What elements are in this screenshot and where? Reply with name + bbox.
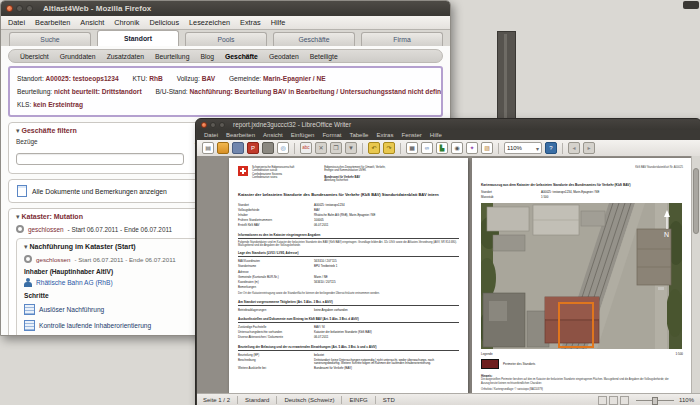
spellcheck-icon[interactable]: abc: [300, 142, 312, 154]
table-icon[interactable]: ▦: [406, 142, 418, 154]
zoom-combo[interactable]: 110%▾: [504, 142, 542, 154]
menu-einfuegen[interactable]: Einfügen: [291, 132, 315, 138]
close-button[interactable]: [201, 122, 207, 128]
status-gear-icon: [16, 225, 24, 233]
menu-lesezeichen[interactable]: Lesezeichen: [189, 18, 230, 27]
menu-chronik[interactable]: Chronik: [114, 18, 139, 27]
tab-firma[interactable]: Firma: [361, 32, 443, 46]
toolbar-separator: [362, 143, 363, 154]
subnav-beurteilung[interactable]: Beurteilung: [155, 53, 189, 60]
step-ausloeser-link[interactable]: Auslöser Nachführung: [39, 306, 104, 313]
beurteilung-value: nicht beurteilt: Drittstandort: [54, 88, 142, 95]
tab-pools[interactable]: Pools: [185, 32, 267, 46]
maximize-button[interactable]: [219, 122, 225, 128]
close-button[interactable]: [6, 5, 13, 12]
report-page-2: KbS BAV Standortdatenblatt Nr. A00025 Ka…: [472, 158, 692, 394]
menu-datei[interactable]: Datei: [204, 132, 218, 138]
previous-page-icon[interactable]: ◂: [568, 142, 580, 154]
scrollbar-thumb[interactable]: [693, 168, 699, 234]
standard-toolbar: ▤ P ◎ abc ✕ ❐ ▼ ↶ ↷ ▦ ∞ ▙ ◉ ✦ ▨: [197, 140, 700, 157]
tab-standort[interactable]: Standort: [97, 30, 179, 46]
collapse-icon[interactable]: ▾: [24, 243, 28, 250]
next-page-icon[interactable]: ▸: [583, 142, 595, 154]
menu-hilfe[interactable]: Hilfe: [271, 18, 286, 27]
zoom-percentage[interactable]: 110%: [679, 397, 694, 403]
vollzug-value: BAV: [202, 75, 215, 82]
page-style[interactable]: Standard: [245, 397, 269, 403]
menu-format[interactable]: Format: [322, 132, 341, 138]
subnav-zusatzdaten[interactable]: Zusatzdaten: [107, 53, 144, 60]
view-multi-page-icon[interactable]: [609, 396, 618, 405]
window-title: report.jxdne3guccct32 - LibreOffice Writ…: [233, 121, 351, 128]
tab-geschaefte[interactable]: Geschäfte: [273, 32, 355, 46]
collapse-icon[interactable]: ▾: [16, 127, 20, 134]
menu-ansicht[interactable]: Ansicht: [263, 132, 283, 138]
copy-icon[interactable]: ❐: [330, 142, 342, 154]
step-kontrolle-link[interactable]: Kontrolle laufende Inhaberorientierung: [39, 322, 151, 329]
navigator-icon[interactable]: ✦: [466, 142, 478, 154]
zoom-slider-thumb[interactable]: [652, 397, 658, 405]
insert-mode[interactable]: EINFG: [349, 397, 367, 403]
save-icon[interactable]: [232, 142, 244, 154]
undo-icon[interactable]: ↶: [368, 142, 380, 154]
writer-menubar: Datei Bearbeiten Ansicht Einfügen Format…: [196, 130, 700, 140]
paste-icon[interactable]: ▼: [345, 142, 357, 154]
language-indicator[interactable]: Deutsch (Schweiz): [284, 397, 334, 403]
menu-extras[interactable]: Extras: [240, 18, 261, 27]
print-icon[interactable]: [262, 142, 274, 154]
subnav-beteiligte[interactable]: Beteiligte: [310, 53, 338, 60]
menu-fenster[interactable]: Fenster: [401, 132, 421, 138]
bezuege-input[interactable]: [16, 153, 184, 165]
map-title: Kartenauszug aus dem Kataster der belast…: [481, 183, 671, 187]
swiss-flag-logo: [238, 166, 248, 176]
minimize-button[interactable]: [210, 122, 216, 128]
toolbar-separator: [498, 143, 499, 154]
collapse-icon[interactable]: ▾: [16, 213, 20, 220]
view-book-icon[interactable]: [620, 396, 629, 405]
document-icon: [17, 185, 27, 197]
subnav-bar: Übersicht Grunddaten Zusatzdaten Beurtei…: [8, 49, 443, 63]
view-single-page-icon[interactable]: [598, 396, 607, 405]
infobox-line2: Beurteilung: nicht beurteilt: Drittstand…: [17, 85, 434, 98]
page-indicator: Seite 1 / 2: [203, 397, 230, 403]
menu-extras[interactable]: Extras: [376, 132, 393, 138]
subnav-geodaten[interactable]: Geodaten: [269, 53, 299, 60]
menu-bearbeiten[interactable]: Bearbeiten: [35, 18, 70, 27]
tab-suche[interactable]: Suche: [9, 32, 91, 46]
subnav-uebersicht[interactable]: Übersicht: [20, 53, 49, 60]
new-document-icon[interactable]: ▤: [202, 142, 214, 154]
export-pdf-icon[interactable]: P: [247, 142, 259, 154]
print-preview-icon[interactable]: ◎: [277, 142, 289, 154]
find-icon[interactable]: ◉: [451, 142, 463, 154]
chart-icon[interactable]: ▙: [436, 142, 448, 154]
menu-tabelle[interactable]: Tabelle: [349, 132, 368, 138]
cut-icon[interactable]: ✕: [315, 142, 327, 154]
documents-link[interactable]: Alle Dokumente und Bemerkungen anzeigen: [32, 188, 167, 195]
app-tabstrip: Suche Standort Pools Geschäfte Firma: [1, 30, 450, 47]
subnav-grunddaten[interactable]: Grunddaten: [60, 53, 96, 60]
redo-icon[interactable]: ↷: [383, 142, 395, 154]
menu-delicious[interactable]: Delicious: [149, 18, 179, 27]
vertical-scrollbar[interactable]: [691, 156, 700, 394]
svg-text:N: N: [664, 231, 669, 238]
maximize-button[interactable]: [26, 5, 33, 12]
selection-mode[interactable]: STD: [383, 397, 395, 403]
inhaber-link[interactable]: Rhätische Bahn AG (RhB): [36, 279, 113, 286]
firefox-titlebar: Altlast4Web - Mozilla Firefox: [1, 1, 450, 16]
minimize-button[interactable]: [16, 5, 23, 12]
zoom-slider[interactable]: [636, 400, 674, 401]
menu-ansicht[interactable]: Ansicht: [80, 18, 104, 27]
toolbar-separator: [294, 143, 295, 154]
report-page-1: Schweizerische Eidgenossenschaft Confédé…: [229, 158, 468, 394]
open-icon[interactable]: [217, 142, 229, 154]
ktu-value: RhB: [149, 75, 163, 82]
subnav-blog[interactable]: Blog: [200, 53, 214, 60]
help-icon[interactable]: ?: [545, 142, 557, 154]
window-title: Altlast4Web - Mozilla Firefox: [43, 4, 151, 13]
hyperlink-icon[interactable]: ∞: [421, 142, 433, 154]
menu-bearbeiten[interactable]: Bearbeiten: [226, 132, 255, 138]
subnav-geschaefte[interactable]: Geschäfte: [225, 53, 258, 60]
menu-hilfe[interactable]: Hilfe: [430, 132, 442, 138]
gallery-icon[interactable]: ▨: [481, 142, 493, 154]
menu-datei[interactable]: Datei: [8, 18, 25, 27]
